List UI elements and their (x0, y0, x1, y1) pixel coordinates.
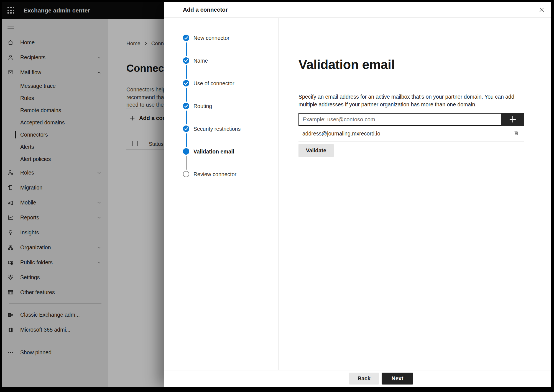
step-description: Specify an email address for an active m… (298, 93, 524, 108)
add-connector-dialog: Add a connector New connectorNameUse of … (164, 2, 551, 387)
step-connector-line (186, 156, 187, 170)
step-label: Validation email (193, 148, 234, 155)
wizard-step-validation-email[interactable]: Validation email (164, 147, 278, 156)
step-label: Routing (193, 103, 212, 109)
step-connector-line (186, 42, 187, 56)
dialog-content: Validation email Specify an email addres… (279, 18, 551, 370)
step-current-icon (183, 148, 189, 155)
wizard-step-routing[interactable]: Routing (164, 102, 278, 111)
step-label: New connector (193, 35, 229, 41)
wizard-steps: New connectorNameUse of connectorRouting… (164, 18, 279, 371)
wizard-step-use-of-connector[interactable]: Use of connector (164, 79, 278, 88)
dialog-footer: Back Next (164, 370, 551, 387)
step-complete-icon (183, 57, 189, 64)
step-complete-icon (183, 125, 189, 132)
screen: Exchange admin center HomeRecipientsMail… (2, 2, 551, 387)
close-button[interactable] (536, 4, 547, 16)
step-label: Review connector (193, 171, 236, 177)
address-text: address@journaling.mxrecord.io (302, 130, 380, 137)
step-complete-icon (183, 103, 189, 109)
dialog-header: Add a connector (164, 2, 551, 18)
validation-email-input[interactable] (298, 113, 501, 126)
close-icon (538, 6, 545, 14)
step-label: Security restrictions (193, 125, 241, 132)
step-complete-icon (183, 80, 189, 86)
step-heading: Validation email (298, 57, 395, 72)
email-input-row (298, 113, 524, 126)
wizard-step-name[interactable]: Name (164, 56, 278, 65)
step-connector-line (186, 111, 187, 124)
step-connector-line (186, 65, 187, 79)
dialog-title: Add a connector (183, 6, 228, 13)
wizard-step-review-connector[interactable]: Review connector (164, 170, 278, 179)
wizard-step-security-restrictions[interactable]: Security restrictions (164, 124, 278, 133)
plus-icon (508, 115, 517, 124)
next-button[interactable]: Next (382, 373, 413, 385)
back-button[interactable]: Back (349, 373, 379, 385)
step-label: Use of connector (193, 80, 234, 86)
validate-button[interactable]: Validate (298, 144, 334, 157)
step-complete-icon (183, 35, 189, 41)
trash-icon (513, 130, 519, 137)
delete-address-button[interactable] (513, 130, 519, 137)
wizard-step-new-connector[interactable]: New connector (164, 34, 278, 42)
step-label: Name (193, 57, 208, 64)
step-upcoming-icon (183, 171, 189, 177)
address-row: address@journaling.mxrecord.io (298, 126, 524, 142)
step-connector-line (186, 88, 187, 102)
step-connector-line (186, 133, 187, 147)
add-email-button[interactable] (501, 113, 524, 126)
